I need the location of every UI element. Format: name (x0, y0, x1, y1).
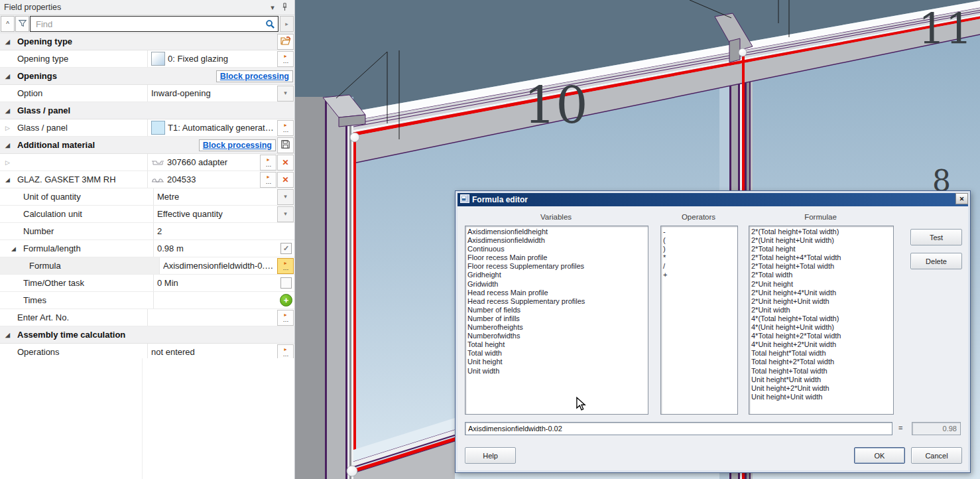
row-times[interactable]: ▷Times+ (0, 292, 294, 309)
formula-item[interactable]: Unit height*Unit width (749, 376, 893, 384)
add-button[interactable]: + (280, 294, 292, 307)
formula-item[interactable]: 2*Total height (749, 245, 893, 253)
remove-button[interactable]: ✕ (277, 172, 294, 188)
property-value[interactable]: T1: Automatically generated... (148, 119, 277, 136)
group-openings[interactable]: ◢OpeningsBlock processing (0, 68, 294, 85)
property-value[interactable]: 307660 adapter (148, 154, 260, 171)
row-blank[interactable]: ▷307660 adapter▸…✕ (0, 154, 294, 171)
formulae-list[interactable]: 2*(Total height+Total width)2*(Unit heig… (749, 226, 894, 415)
dropdown-button[interactable]: ▾ (277, 206, 294, 222)
group-assembly-time-calculation[interactable]: ◢Assembly time calculation (0, 326, 294, 344)
property-value[interactable]: 0: Fixed glazing (148, 50, 277, 67)
ellipsis-button[interactable]: ▸… (277, 51, 294, 67)
checkbox[interactable] (280, 277, 292, 289)
variables-list[interactable]: AxisdimensionfieldheightAxisdimensionfie… (465, 226, 648, 415)
ellipsis-button[interactable]: ▸… (277, 344, 294, 360)
formula-item[interactable]: 2*Total height+Total width (749, 262, 893, 271)
operator-item[interactable]: ) (661, 245, 737, 253)
block-processing-link[interactable]: Block processing (216, 70, 293, 82)
row-option[interactable]: ▷OptionInward-opening▾ (0, 85, 294, 102)
checkbox-checked[interactable]: ✓ (280, 243, 292, 254)
row-glass-panel[interactable]: ▷Glass / panelT1: Automatically generate… (0, 119, 294, 137)
operator-item[interactable]: ( (661, 236, 737, 245)
formula-item[interactable]: 2*(Unit height+Unit width) (749, 236, 893, 245)
delete-button[interactable]: Delete (910, 253, 962, 269)
property-value[interactable]: Inward-opening (148, 85, 277, 102)
property-value[interactable]: 0.98 m (154, 240, 278, 257)
expander-expanded-icon[interactable]: ◢ (5, 38, 17, 45)
operator-item[interactable]: + (661, 271, 737, 279)
property-value[interactable]: Effective quantity (154, 206, 277, 222)
variable-item[interactable]: Total width (465, 349, 648, 358)
variable-item[interactable]: Gridheight (465, 271, 648, 279)
expander-expanded-icon[interactable]: ◢ (5, 107, 17, 114)
operator-item[interactable]: * (661, 253, 737, 262)
formula-item[interactable]: 2*Unit height+Unit width (749, 297, 893, 306)
ellipsis-button[interactable]: ▸… (260, 172, 276, 188)
expander-expanded-icon[interactable]: ◢ (5, 176, 17, 183)
row-calculation-unit[interactable]: ▷Calculation unitEffective quantity▾ (0, 206, 294, 223)
expander-expanded-icon[interactable]: ◢ (5, 142, 17, 149)
variable-item[interactable]: Gridwidth (465, 280, 648, 289)
property-value[interactable]: 2 (154, 223, 294, 240)
variable-item[interactable]: Total height (465, 340, 648, 349)
row-opening-type[interactable]: ▷Opening type0: Fixed glazing▸… (0, 50, 294, 68)
formula-item[interactable]: 2*Total height+4*Total width (749, 253, 893, 262)
group-opening-type[interactable]: ◢Opening type (0, 33, 294, 50)
group-additional-material[interactable]: ◢Additional materialBlock processing (0, 137, 294, 154)
row-unit-of-quantity[interactable]: ▷Unit of quantityMetre▾ (0, 188, 294, 206)
formula-item[interactable]: Total height*Total width (749, 349, 893, 358)
property-value[interactable]: Axisdimensionfieldwidth-0.02 m (160, 257, 277, 274)
variable-item[interactable]: Floor recess Supplementary profiles (465, 262, 648, 271)
variable-item[interactable]: Numberofwidths (465, 332, 648, 340)
variable-item[interactable]: Head recess Supplementary profiles (465, 297, 648, 306)
operator-item[interactable]: - (661, 228, 737, 236)
property-value[interactable]: Metre (154, 188, 277, 205)
variable-item[interactable]: Floor recess Main profile (465, 253, 648, 262)
operators-list[interactable]: -()*/+ (660, 226, 738, 415)
variable-item[interactable]: Unit width (465, 367, 648, 376)
open-folder-button[interactable] (277, 34, 294, 50)
formula-input[interactable] (465, 422, 892, 435)
group-glass-panel[interactable]: ◢Glass / panel (0, 102, 294, 119)
test-button[interactable]: Test (910, 229, 962, 245)
help-button[interactable]: Help (465, 447, 516, 464)
row-formula[interactable]: ▷FormulaAxisdimensionfieldwidth-0.02 m▸… (0, 257, 294, 275)
search-input[interactable] (31, 19, 262, 29)
row-enter-art-no[interactable]: ▷Enter Art. No.▸… (0, 309, 294, 326)
cancel-button[interactable]: Cancel (911, 447, 962, 464)
ellipsis-button[interactable]: ▸… (260, 155, 276, 171)
variable-item[interactable]: Axisdimensionfieldwidth (465, 236, 648, 245)
ellipsis-button[interactable]: ▸… (277, 310, 294, 326)
ellipsis-button[interactable]: ▸… (277, 258, 294, 274)
save-button[interactable] (277, 137, 294, 153)
search-icon[interactable] (262, 19, 278, 29)
formula-item[interactable]: 2*Unit height (749, 280, 893, 289)
dropdown-button[interactable]: ▾ (277, 86, 294, 102)
expander-collapsed-icon[interactable]: ▷ (5, 159, 17, 166)
property-value[interactable]: 0 Min (154, 275, 278, 291)
operator-item[interactable]: / (661, 262, 737, 271)
formula-item[interactable]: 4*Total height+2*Total width (749, 332, 893, 340)
dropdown-button[interactable]: ▾ (277, 189, 294, 205)
row-formula-length[interactable]: ◢Formula/length0.98 m✓ (0, 240, 294, 257)
row-number[interactable]: ▷Number2 (0, 223, 294, 240)
formula-item[interactable]: Unit height+Unit width (749, 393, 893, 401)
formula-item[interactable]: Unit height+2*Unit width (749, 384, 893, 393)
property-value[interactable] (148, 309, 277, 326)
property-value[interactable] (154, 292, 278, 308)
collapse-all-button[interactable]: ^ (1, 16, 15, 32)
formula-item[interactable]: 4*Unit height+2*Unit width (749, 340, 893, 349)
formula-item[interactable]: 4*(Unit height+Unit width) (749, 323, 893, 332)
variable-item[interactable]: Number of fields (465, 306, 648, 314)
close-button[interactable]: ✕ (955, 193, 968, 204)
formula-item[interactable]: 2*Unit height+4*Unit width (749, 289, 893, 297)
formula-item[interactable]: 2*(Total height+Total width) (749, 228, 893, 236)
block-processing-link[interactable]: Block processing (199, 139, 276, 151)
variable-item[interactable]: Numberofheights (465, 323, 648, 332)
expander-expanded-icon[interactable]: ◢ (11, 245, 23, 252)
expander-expanded-icon[interactable]: ◢ (5, 73, 17, 80)
variable-item[interactable]: Number of infills (465, 314, 648, 323)
variable-item[interactable]: Axisdimensionfieldheight (465, 228, 648, 236)
variable-item[interactable]: Unit height (465, 358, 648, 366)
